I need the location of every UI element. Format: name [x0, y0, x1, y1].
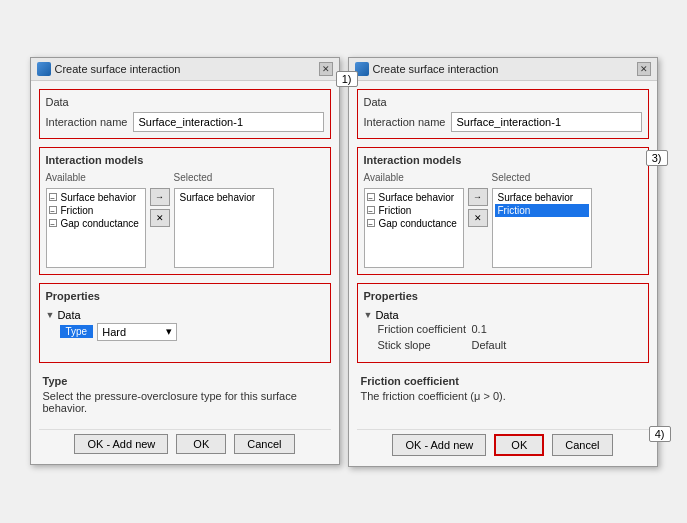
available-item-5: Friction [379, 205, 412, 216]
list-item[interactable]: – Gap conductance [49, 217, 143, 230]
dialog-2-tree: ▼ Data Friction coefficient 0.1 Stick sl… [364, 308, 642, 354]
dialog-2-models-header: Interaction models [364, 154, 642, 166]
dialog-1-btn-row: OK - Add new OK Cancel [39, 429, 331, 456]
list-item[interactable]: – Surface behavior [367, 191, 461, 204]
dialog-2-interaction-name-label: Interaction name [364, 116, 446, 128]
dialog-1-models-header: Interaction models [46, 154, 324, 166]
list-item[interactable]: – Gap conductance [367, 217, 461, 230]
annotation-1: 1) [336, 71, 358, 87]
dialog-2-interaction-name-input[interactable] [451, 112, 641, 132]
available-item-3: Gap conductance [61, 218, 139, 229]
dialog-1-close-btn[interactable]: ✕ [319, 62, 333, 76]
dialog-2: Create surface interaction ✕ Data Intera… [348, 57, 658, 467]
dialog-1-desc-text: Select the pressure-overclosure type for… [43, 390, 327, 414]
dialog-1-ok-btn[interactable]: OK [176, 434, 226, 454]
tree-arrow-icon: ▼ [46, 310, 55, 320]
dialog-2-add-arrow-btn[interactable]: → [468, 188, 488, 206]
dialog-2-body: Data Interaction name Interaction models… [349, 81, 657, 466]
list-item[interactable]: – Friction [367, 204, 461, 217]
type-dropdown[interactable]: Hard ▾ [97, 323, 177, 341]
dialog-2-selected-col: Selected Surface behavior Friction [492, 172, 592, 268]
dialog-1-data-section: Data Interaction name [39, 89, 331, 139]
dialog-2-titlebar: Create surface interaction ✕ [349, 58, 657, 81]
dialog-2-description: Friction coefficient The friction coeffi… [357, 371, 649, 421]
dialog-1-arrow-btns: → ✕ [150, 172, 170, 227]
dropdown-arrow-icon: ▾ [166, 325, 172, 338]
dialog-1-property-row-1: Type Hard ▾ [60, 321, 324, 343]
dialog-2-data-section: Data Interaction name [357, 89, 649, 139]
dialog-1-selected-list: Surface behavior [174, 188, 274, 268]
title-icon-1 [37, 62, 51, 76]
page-container: Create surface interaction ✕ Data Intera… [20, 47, 668, 477]
dialog-1-desc-title: Type [43, 375, 327, 387]
checkbox-1: – [49, 193, 57, 201]
dialog-1-tree-header[interactable]: ▼ Data [46, 309, 324, 321]
dialog-1-add-arrow-btn[interactable]: → [150, 188, 170, 206]
dialog2-selected-item-1[interactable]: Surface behavior [495, 191, 589, 204]
dialog-2-models-grid: Available – Surface behavior – Friction [364, 172, 642, 268]
dialog-1-tree-children: Type Hard ▾ [46, 321, 324, 343]
dialog-1-interaction-name-label: Interaction name [46, 116, 128, 128]
dialog-2-cancel-btn[interactable]: Cancel [552, 434, 612, 456]
dialog-1-remove-btn[interactable]: ✕ [150, 209, 170, 227]
dialog-1-title: Create surface interaction [55, 63, 181, 75]
dialog-1-titlebar: Create surface interaction ✕ [31, 58, 339, 81]
dialog-2-property-row-2: Stick slope Default [378, 337, 642, 353]
selected-item-1[interactable]: Surface behavior [177, 191, 271, 204]
dialog-2-arrow-btns: → ✕ [468, 172, 488, 227]
dialog-1-selected-label: Selected [174, 172, 274, 183]
annotation-4: 4) [649, 426, 671, 442]
list-item[interactable]: – Friction [49, 204, 143, 217]
dialog-1-properties: Properties ▼ Data Type Ha [39, 283, 331, 363]
available-item-1: Surface behavior [61, 192, 137, 203]
dialog-2-available-list: – Surface behavior – Friction – Gap cond… [364, 188, 464, 268]
dialog-2-prop-val-2: Default [472, 339, 507, 351]
type-value: Hard [102, 326, 126, 338]
dialog2-selected-item-2[interactable]: Friction [495, 204, 589, 217]
dialog-2-tree-header[interactable]: ▼ Data [364, 309, 642, 321]
dialog-2-interaction-models: Interaction models Available – Surface b… [357, 147, 649, 275]
dialog-1-tree-item: ▼ Data Type Hard ▾ [46, 308, 324, 344]
tree-arrow-icon-2: ▼ [364, 310, 373, 320]
dialog-1-data-row: Interaction name [46, 112, 324, 132]
dialog-2-ok-add-new-btn[interactable]: OK - Add new [392, 434, 486, 456]
dialog-2-selected-list: Surface behavior Friction [492, 188, 592, 268]
dialog-2-prop-val-1: 0.1 [472, 323, 487, 335]
dialog-1-available-list: – Surface behavior – Friction – Gap cond… [46, 188, 146, 268]
dialog-1-interaction-models: Interaction models Available – Surface b… [39, 147, 331, 275]
dialog-2-tree-item: ▼ Data Friction coefficient 0.1 Stick sl… [364, 308, 642, 354]
available-item-6: Gap conductance [379, 218, 457, 229]
dialog-2-tree-children: Friction coefficient 0.1 Stick slope Def… [364, 321, 642, 353]
dialog-2-available-col: Available – Surface behavior – Friction [364, 172, 464, 268]
dialog-1-description: Type Select the pressure-overclosure typ… [39, 371, 331, 421]
dialog-2-prop-key-1: Friction coefficient [378, 323, 468, 335]
list-item[interactable]: – Surface behavior [49, 191, 143, 204]
dialog-1-models-grid: Available – Surface behavior – Friction [46, 172, 324, 268]
dialog-1-available-label: Available [46, 172, 146, 183]
dialog-1-data-label: Data [46, 96, 324, 108]
dialog-2-property-row-1: Friction coefficient 0.1 [378, 321, 642, 337]
dialog-1-available-col: Available – Surface behavior – Friction [46, 172, 146, 268]
checkbox-3: – [49, 219, 57, 227]
dialog-2-btn-row: OK - Add new OK Cancel 4) [357, 429, 649, 458]
dialog-1: Create surface interaction ✕ Data Intera… [30, 57, 340, 465]
annotation-3: 3) [646, 150, 668, 166]
available-item-2: Friction [61, 205, 94, 216]
type-btn[interactable]: Type [60, 325, 94, 338]
dialog-2-selected-label: Selected [492, 172, 592, 183]
checkbox-4: – [367, 193, 375, 201]
dialog-1-interaction-name-input[interactable] [133, 112, 323, 132]
dialog-2-remove-btn[interactable]: ✕ [468, 209, 488, 227]
dialog-1-tree-label: Data [57, 309, 80, 321]
dialog-2-close-btn[interactable]: ✕ [637, 62, 651, 76]
dialog-2-data-label: Data [364, 96, 642, 108]
dialog-2-data-row: Interaction name [364, 112, 642, 132]
checkbox-2: – [49, 206, 57, 214]
available-item-4: Surface behavior [379, 192, 455, 203]
dialog-2-ok-btn[interactable]: OK [494, 434, 544, 456]
dialog-1-ok-add-new-btn[interactable]: OK - Add new [74, 434, 168, 454]
dialog-1-cancel-btn[interactable]: Cancel [234, 434, 294, 454]
dialog-2-wrapper: Create surface interaction ✕ Data Intera… [348, 57, 658, 467]
dialog-2-prop-key-2: Stick slope [378, 339, 468, 351]
dialog-1-body: Data Interaction name Interaction models… [31, 81, 339, 464]
